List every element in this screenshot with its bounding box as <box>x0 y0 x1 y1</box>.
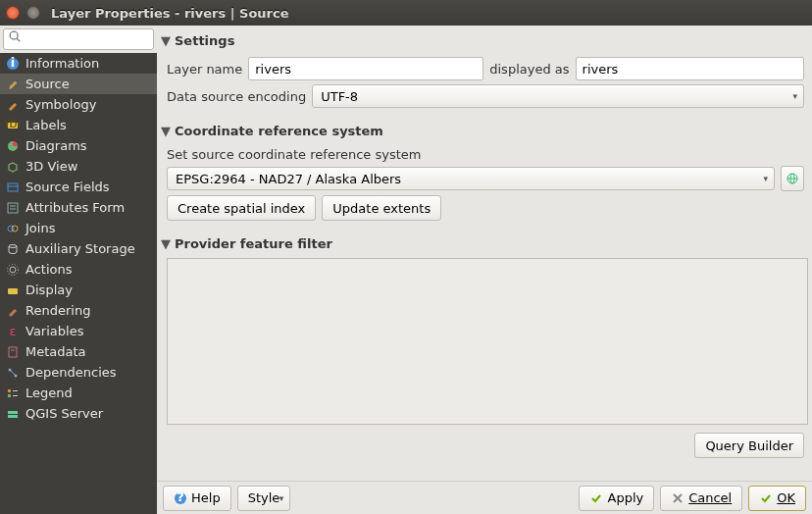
sidebar-item-label: Attributes Form <box>25 200 125 215</box>
sidebar-item-label: Rendering <box>25 303 90 318</box>
sidebar-item-diagrams[interactable]: Diagrams <box>0 135 157 156</box>
settings-header[interactable]: ▼Settings <box>157 29 808 51</box>
sidebar-item-label: Actions <box>25 262 73 277</box>
svg-point-14 <box>9 244 17 247</box>
wrench-icon <box>6 77 20 91</box>
sidebar-item-label: Source <box>25 77 70 91</box>
sidebar-item-rendering[interactable]: Rendering <box>0 300 157 321</box>
sidebar-item-source-fields[interactable]: Source Fields <box>0 177 157 197</box>
window-title: Layer Properties - rivers | Source <box>51 6 289 21</box>
legend-icon <box>6 386 20 400</box>
sidebar-item-label: Legend <box>25 386 73 400</box>
apply-button[interactable]: Apply <box>579 486 654 511</box>
sidebar-item-label: Metadata <box>25 344 86 359</box>
cube-icon <box>6 160 20 174</box>
chevron-down-icon: ▼ <box>161 236 171 251</box>
sidebar-item-label: Diagrams <box>25 138 87 153</box>
globe-icon <box>786 172 799 185</box>
sidebar-item-3dview[interactable]: 3D View <box>0 156 157 177</box>
svg-rect-26 <box>8 394 11 397</box>
svg-text:abc: abc <box>6 119 20 130</box>
sidebar-item-actions[interactable]: Actions <box>0 259 157 280</box>
sidebar-item-information[interactable]: iInformation <box>0 53 157 74</box>
button-label: Style <box>248 490 280 505</box>
variables-icon: ε <box>6 325 20 338</box>
svg-point-16 <box>8 264 19 275</box>
button-label: Cancel <box>688 490 732 505</box>
display-icon <box>6 283 20 297</box>
close-icon[interactable] <box>6 6 20 20</box>
sidebar-item-label: 3D View <box>25 159 77 174</box>
diagrams-icon <box>6 139 20 153</box>
server-icon <box>6 407 20 421</box>
layer-name-input[interactable]: rivers <box>248 57 483 80</box>
info-icon: i <box>6 57 20 71</box>
search-input[interactable] <box>3 28 154 50</box>
sidebar-item-label: Symbology <box>25 97 96 112</box>
sidebar-item-labels[interactable]: abcLabels <box>0 115 157 135</box>
button-label: Query Builder <box>705 438 793 453</box>
crs-header[interactable]: ▼Coordinate reference system <box>157 120 808 141</box>
titlebar: Layer Properties - rivers | Source <box>0 0 812 26</box>
svg-rect-7 <box>8 183 18 191</box>
section-title: Coordinate reference system <box>175 124 383 138</box>
encoding-select[interactable]: UTF-8 <box>312 84 804 108</box>
update-extents-button[interactable]: Update extents <box>322 195 441 221</box>
filter-header[interactable]: ▼Provider feature filter <box>157 232 808 254</box>
sidebar-item-joins[interactable]: Joins <box>0 218 157 238</box>
select-value: UTF-8 <box>321 89 358 104</box>
metadata-icon <box>6 345 20 359</box>
displayed-as-input[interactable]: rivers <box>576 57 804 80</box>
layer-name-label: Layer name <box>167 62 242 77</box>
query-builder-button[interactable]: Query Builder <box>694 433 804 458</box>
svg-point-0 <box>10 31 18 39</box>
sidebar-item-legend[interactable]: Legend <box>0 383 157 403</box>
gear-icon <box>6 263 20 277</box>
help-icon: ? <box>174 491 187 505</box>
svg-text:i: i <box>11 57 15 70</box>
svg-line-23 <box>11 371 15 375</box>
sidebar-item-label: Joins <box>25 221 55 235</box>
form-icon <box>6 201 20 215</box>
sidebar-item-source[interactable]: Source <box>0 74 157 94</box>
brush-icon <box>6 98 20 112</box>
minimize-icon[interactable] <box>26 6 40 20</box>
sidebar-item-qgis-server[interactable]: QGIS Server <box>0 403 157 424</box>
svg-rect-19 <box>9 347 17 357</box>
filter-textarea[interactable] <box>167 258 808 425</box>
svg-rect-9 <box>8 203 18 213</box>
section-title: Settings <box>175 33 234 48</box>
sidebar-item-display[interactable]: Display <box>0 280 157 300</box>
sidebar-item-label: QGIS Server <box>25 406 103 421</box>
displayed-as-label: displayed as <box>489 62 569 77</box>
section-title: Provider feature filter <box>175 236 332 251</box>
storage-icon <box>6 242 20 256</box>
encoding-label: Data source encoding <box>167 89 306 104</box>
sidebar-item-auxiliary-storage[interactable]: Auxiliary Storage <box>0 238 157 259</box>
button-label: OK <box>777 490 795 505</box>
cancel-button[interactable]: Cancel <box>660 486 742 511</box>
dependencies-icon <box>6 366 20 380</box>
svg-rect-17 <box>8 288 18 294</box>
help-button[interactable]: ?Help <box>163 486 231 511</box>
sidebar-item-variables[interactable]: εVariables <box>0 321 157 341</box>
sidebar-item-label: Information <box>25 56 99 71</box>
sidebar-item-attributes-form[interactable]: Attributes Form <box>0 197 157 218</box>
button-label: Create spatial index <box>178 201 305 216</box>
crs-select[interactable]: EPSG:2964 - NAD27 / Alaska Albers <box>167 167 775 190</box>
sidebar-list: iInformation Source Symbology abcLabels … <box>0 53 157 424</box>
sidebar-item-symbology[interactable]: Symbology <box>0 94 157 115</box>
sidebar-item-metadata[interactable]: Metadata <box>0 341 157 362</box>
create-spatial-index-button[interactable]: Create spatial index <box>167 195 316 221</box>
style-menu-button[interactable]: Style <box>237 486 291 511</box>
input-value: rivers <box>583 62 619 77</box>
crs-picker-button[interactable] <box>781 166 804 191</box>
input-value: rivers <box>255 62 291 77</box>
sidebar: iInformation Source Symbology abcLabels … <box>0 26 157 514</box>
labels-icon: abc <box>6 119 20 132</box>
sidebar-item-dependencies[interactable]: Dependencies <box>0 362 157 383</box>
ok-button[interactable]: OK <box>748 486 806 511</box>
svg-rect-29 <box>8 415 18 418</box>
sidebar-item-label: Variables <box>25 324 83 338</box>
sidebar-item-label: Dependencies <box>25 365 117 380</box>
